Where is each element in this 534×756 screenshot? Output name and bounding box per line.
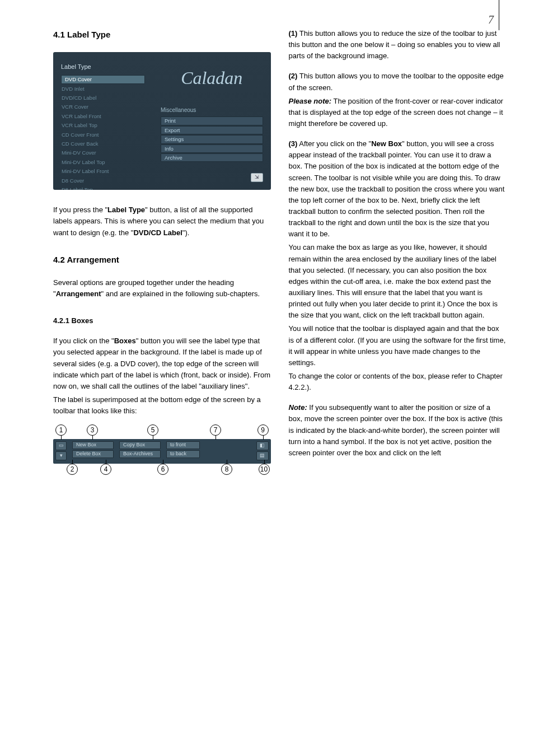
misc-heading: Miscellaneous — [161, 106, 263, 115]
screenshot-toolbar: 1 3 5 7 9 ▭ ▾ New Box Delete Box Copy Bo… — [53, 424, 271, 478]
label-type-heading: Label Type — [61, 62, 145, 72]
heading-4-1: 4.1 Label Type — [53, 28, 271, 41]
to-front-button[interactable]: to front — [166, 441, 200, 449]
page-number-rule — [499, 0, 499, 30]
menu-item[interactable]: Mini-DV Cover — [61, 148, 145, 157]
callout-8: 8 — [221, 464, 232, 475]
menu-item-dvd-cover[interactable]: DVD Cover — [61, 75, 145, 83]
misc-item-info[interactable]: Info — [161, 144, 263, 153]
menu-item[interactable]: Mini-DV Label Top — [61, 158, 145, 166]
heading-4-2: 4.2 Arrangement — [53, 253, 271, 266]
paragraph: (1) This button allows you to reduce the… — [289, 28, 507, 62]
paragraph: If you press the "Label Type" button, a … — [53, 204, 271, 238]
heading-4-2-1: 4.2.1 Boxes — [53, 315, 271, 326]
tool-icon-b[interactable]: ▤ — [256, 451, 269, 460]
paragraph: (3) After you click on the "New Box" but… — [289, 138, 507, 240]
menu-item[interactable]: VCR Cover — [61, 102, 145, 111]
tool-icon-a[interactable]: ◧ — [256, 441, 269, 450]
callout-3: 3 — [87, 424, 98, 436]
to-back-button[interactable]: to back — [166, 450, 200, 458]
collapse-icon[interactable]: ▭ — [55, 441, 67, 450]
paragraph: The label is superimposed at the bottom … — [53, 394, 271, 417]
paragraph: If you click on the "Boxes" button you w… — [53, 335, 271, 392]
callout-7: 7 — [210, 424, 221, 436]
box-archives-button[interactable]: Box-Archives — [119, 450, 161, 458]
paragraph: (2) This button allows you to move the t… — [289, 71, 507, 93]
callout-4: 4 — [100, 464, 111, 475]
menu-item[interactable]: DVD/CD Label — [61, 94, 145, 102]
paragraph: You can make the box as large as you lik… — [289, 242, 507, 321]
new-box-button[interactable]: New Box — [72, 441, 114, 449]
menu-item[interactable]: DVD Inlet — [61, 85, 145, 93]
paragraph: You will notice that the toolbar is disp… — [289, 323, 507, 368]
paragraph: Please note: The position of the front-c… — [289, 96, 507, 129]
callout-5: 5 — [147, 424, 158, 436]
callout-1: 1 — [55, 424, 67, 436]
menu-item[interactable]: CD Cover Front — [61, 130, 145, 139]
paragraph: To change the color or contents of the b… — [289, 371, 507, 393]
screenshot-label-type-panel: Label Type DVD Cover DVD Inlet DVD/CD La… — [53, 52, 271, 190]
paragraph: Several options are grouped together und… — [53, 277, 271, 300]
move-edge-icon[interactable]: ▾ — [55, 451, 67, 460]
menu-item[interactable]: D8 Cover — [61, 176, 145, 185]
resize-icon[interactable]: ⇲ — [251, 173, 263, 182]
toolbar: ▭ ▾ New Box Delete Box Copy Box Box-Arch… — [53, 439, 271, 464]
misc-item-export[interactable]: Export — [161, 126, 263, 134]
right-column: (1) This button allows you to reduce the… — [289, 28, 507, 478]
menu-item[interactable]: Mini-DV Label Front — [61, 167, 145, 175]
misc-item-archive[interactable]: Archive — [161, 153, 263, 162]
callout-6: 6 — [157, 464, 168, 475]
paragraph: Note: If you subsequently want to alter … — [289, 402, 507, 459]
misc-item-print[interactable]: Print — [161, 116, 263, 125]
callout-9: 9 — [257, 424, 269, 436]
menu-item[interactable]: D8 Label Top — [61, 185, 145, 190]
menu-item[interactable]: CD Cover Back — [61, 139, 145, 148]
copy-box-button[interactable]: Copy Box — [119, 441, 161, 449]
misc-item-settings[interactable]: Settings — [161, 135, 263, 143]
callout-10: 10 — [259, 464, 270, 475]
brand-logo: Caladan — [161, 64, 263, 92]
callout-2: 2 — [67, 464, 78, 475]
left-column: 4.1 Label Type Label Type DVD Cover DVD … — [53, 28, 271, 478]
menu-item[interactable]: VCR Label Front — [61, 112, 145, 120]
delete-box-button[interactable]: Delete Box — [72, 450, 114, 458]
menu-item[interactable]: VCR Label Top — [61, 121, 145, 129]
page-number: 7 — [488, 11, 494, 29]
